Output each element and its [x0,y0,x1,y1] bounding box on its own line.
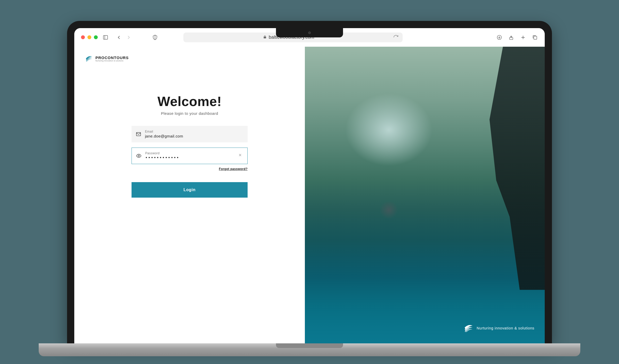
page-subtitle: Please login to your dashboard [161,111,218,116]
tabs-icon[interactable] [532,34,538,41]
brand-name: PROCONTOURS [95,55,129,60]
hero-footer: Nurturing innovation & solutions [464,324,534,332]
login-button[interactable]: Login [132,182,248,198]
lock-icon [263,35,267,40]
window-controls [81,35,98,39]
hero-panel: Nurturing innovation & solutions [305,47,545,343]
email-input[interactable] [145,134,243,138]
fullscreen-window-button[interactable] [94,35,98,39]
login-form-area: Welcome! Please login to your dashboard … [85,63,295,336]
footer-logo-icon [464,324,473,332]
share-icon[interactable] [508,34,514,41]
laptop-frame: balticwoodfactory.com [67,21,552,343]
email-label: Email [145,130,243,133]
brand-tagline: Nurturing innovation & solutions [95,60,129,62]
login-panel: PROCONTOURS Nurturing innovation & solut… [74,47,305,343]
laptop-base [39,343,580,356]
svg-rect-9 [534,36,537,39]
svg-rect-0 [103,35,108,39]
logo-mark-icon [85,54,93,63]
password-label: Password [145,151,233,155]
svg-rect-10 [136,132,141,136]
password-field-wrapper[interactable]: Password [132,148,248,164]
page-title: Welcome! [158,94,222,109]
forward-button[interactable] [126,34,132,41]
svg-point-11 [138,155,140,157]
camera-dot [308,31,311,34]
sidebar-toggle-icon[interactable] [102,34,109,41]
login-form: Email Password [132,126,248,198]
close-window-button[interactable] [81,35,85,39]
password-input[interactable] [145,156,233,160]
downloads-icon[interactable] [496,34,502,41]
shield-privacy-icon[interactable] [152,34,158,41]
page-content: PROCONTOURS Nurturing innovation & solut… [74,47,545,343]
email-field-wrapper[interactable]: Email [132,126,248,142]
notch [276,28,343,37]
eye-icon[interactable] [136,153,142,159]
back-button[interactable] [116,34,122,41]
reload-icon[interactable] [393,34,399,41]
clear-input-icon[interactable] [237,152,243,159]
forgot-password-link[interactable]: Forgot password? [219,167,248,171]
email-icon [136,131,141,137]
footer-tagline: Nurturing innovation & solutions [477,326,534,330]
screen: balticwoodfactory.com [74,28,545,343]
new-tab-icon[interactable] [520,34,526,41]
brand-logo: PROCONTOURS Nurturing innovation & solut… [85,54,295,63]
minimize-window-button[interactable] [87,35,91,39]
